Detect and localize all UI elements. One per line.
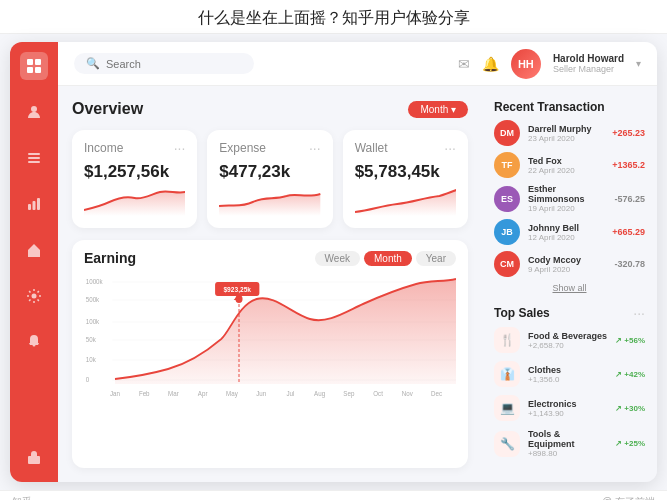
- right-panel: Recent Transaction DM Darrell Murphy 23 …: [482, 86, 657, 482]
- overview-header: Overview Month ▾: [72, 100, 468, 118]
- svg-text:500k: 500k: [86, 296, 100, 303]
- trans-amount: -576.25: [614, 194, 645, 204]
- sidebar-icon-box[interactable]: [20, 444, 48, 472]
- trans-info: Johnny Bell 12 April 2020: [528, 223, 604, 242]
- bell-icon[interactable]: 🔔: [482, 56, 499, 72]
- svg-text:Apr: Apr: [198, 390, 208, 398]
- expense-chart: [219, 188, 320, 218]
- trans-date: 23 April 2020: [528, 134, 604, 143]
- mail-icon[interactable]: ✉: [458, 56, 470, 72]
- income-card: Income ··· $1,257,56k: [72, 130, 197, 228]
- trend-up-icon: ↗: [615, 404, 622, 413]
- show-all-link[interactable]: Show all: [494, 283, 645, 293]
- sidebar-icon-bell[interactable]: [20, 328, 48, 356]
- expense-card-header: Expense ···: [219, 140, 320, 156]
- trans-amount: +265.23: [612, 128, 645, 138]
- sidebar-icon-grid[interactable]: [20, 52, 48, 80]
- chevron-down-icon[interactable]: ▾: [636, 58, 641, 69]
- sidebar-icon-gear[interactable]: [20, 282, 48, 310]
- trans-info: Ted Fox 22 April 2020: [528, 156, 604, 175]
- brand-name: 知乎: [12, 495, 32, 501]
- svg-text:Aug: Aug: [314, 390, 325, 398]
- sales-name: Electronics: [528, 399, 607, 409]
- recent-title-row: Recent Transaction: [494, 100, 645, 114]
- svg-text:$923,25k: $923,25k: [223, 286, 251, 294]
- sales-badge: ↗+25%: [615, 439, 645, 448]
- search-input[interactable]: [106, 58, 242, 70]
- earning-title: Earning: [84, 250, 136, 266]
- tab-month[interactable]: Month: [364, 251, 412, 266]
- svg-text:1000k: 1000k: [86, 278, 104, 285]
- trans-amount: -320.78: [614, 259, 645, 269]
- sales-info: Tools & Equipment +898.80: [528, 429, 607, 458]
- income-title: Income: [84, 141, 123, 155]
- tab-group: Week Month Year: [315, 251, 456, 266]
- trans-date: 12 April 2020: [528, 233, 604, 242]
- sales-value: +2,658.70: [528, 341, 607, 350]
- handle: @ 有了前端: [602, 495, 655, 501]
- top-sales-title: Top Sales: [494, 306, 550, 320]
- top-sales-dots[interactable]: ···: [633, 305, 645, 321]
- sales-icon: 💻: [494, 395, 520, 421]
- svg-text:50k: 50k: [86, 336, 97, 343]
- wallet-title: Wallet: [355, 141, 388, 155]
- sales-badge: ↗+30%: [615, 404, 645, 413]
- sidebar-icon-chart[interactable]: [20, 190, 48, 218]
- svg-rect-1: [35, 59, 41, 65]
- main-content: 🔍 ✉ 🔔 HH Harold Howard Seller Manager ▾: [58, 42, 657, 482]
- svg-text:Mar: Mar: [168, 390, 179, 397]
- trans-date: 19 April 2020: [528, 204, 606, 213]
- transaction-item: JB Johnny Bell 12 April 2020 +665.29: [494, 219, 645, 245]
- svg-text:Jan: Jan: [110, 390, 120, 397]
- wallet-chart: [355, 188, 456, 218]
- left-panel: Overview Month ▾ Income ··· $1,257,56k: [58, 86, 482, 482]
- top-sales-title-row: Top Sales ···: [494, 305, 645, 321]
- wallet-card: Wallet ··· $5,783,45k: [343, 130, 468, 228]
- sales-badge: ↗+42%: [615, 370, 645, 379]
- wallet-dots[interactable]: ···: [444, 140, 456, 156]
- avatar: HH: [511, 49, 541, 79]
- trend-up-icon: ↗: [615, 439, 622, 448]
- content-area: Overview Month ▾ Income ··· $1,257,56k: [58, 86, 657, 482]
- trans-info: Esther Simmonsons 19 April 2020: [528, 184, 606, 213]
- sidebar-icon-user[interactable]: [20, 98, 48, 126]
- income-dots[interactable]: ···: [174, 140, 186, 156]
- transaction-item: ES Esther Simmonsons 19 April 2020 -576.…: [494, 184, 645, 213]
- header-icons: ✉ 🔔 HH Harold Howard Seller Manager ▾: [458, 49, 641, 79]
- recent-title: Recent Transaction: [494, 100, 605, 114]
- income-card-header: Income ···: [84, 140, 185, 156]
- trans-amount: +665.29: [612, 227, 645, 237]
- sales-name: Clothes: [528, 365, 607, 375]
- tab-year[interactable]: Year: [416, 251, 456, 266]
- svg-rect-5: [28, 153, 40, 155]
- sales-icon: 🔧: [494, 431, 520, 457]
- svg-rect-8: [28, 204, 31, 210]
- recent-transactions: Recent Transaction DM Darrell Murphy 23 …: [494, 100, 645, 293]
- transaction-item: DM Darrell Murphy 23 April 2020 +265.23: [494, 120, 645, 146]
- trans-info: Cody Mccoy 9 April 2020: [528, 255, 606, 274]
- user-role: Seller Manager: [553, 64, 624, 74]
- sales-list: 🍴 Food & Beverages +2,658.70 ↗+56% 👔 Clo…: [494, 327, 645, 458]
- sales-name: Food & Beverages: [528, 331, 607, 341]
- sales-value: +898.80: [528, 449, 607, 458]
- overview-title: Overview: [72, 100, 143, 118]
- transaction-item: TF Ted Fox 22 April 2020 +1365.2: [494, 152, 645, 178]
- earning-chart-svg: 1000k 500k 100k 50k 10k 0: [84, 274, 456, 404]
- sidebar-icon-list[interactable]: [20, 144, 48, 172]
- trend-up-icon: ↗: [615, 336, 622, 345]
- banner-text: 什么是坐在上面摇？知乎用户体验分享: [198, 9, 470, 26]
- sidebar-icon-home[interactable]: [20, 236, 48, 264]
- sales-value: +1,356.0: [528, 375, 607, 384]
- expense-dots[interactable]: ···: [309, 140, 321, 156]
- svg-text:May: May: [226, 390, 238, 398]
- earning-header: Earning Week Month Year: [84, 250, 456, 266]
- sales-info: Food & Beverages +2,658.70: [528, 331, 607, 350]
- month-button[interactable]: Month ▾: [408, 101, 468, 118]
- sales-item: 👔 Clothes +1,356.0 ↗+42%: [494, 361, 645, 387]
- user-info: Harold Howard Seller Manager: [553, 53, 624, 74]
- top-banner: 什么是坐在上面摇？知乎用户体验分享: [0, 0, 667, 34]
- svg-text:Oct: Oct: [373, 390, 383, 397]
- tab-week[interactable]: Week: [315, 251, 360, 266]
- expense-card: Expense ··· $477,23k: [207, 130, 332, 228]
- search-box[interactable]: 🔍: [74, 53, 254, 74]
